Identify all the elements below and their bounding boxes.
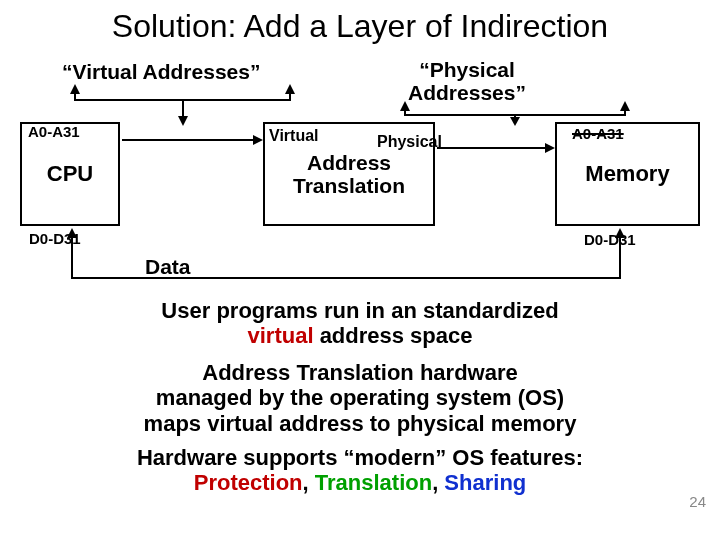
svg-marker-5 — [620, 101, 630, 111]
addr-bus-right: A0-A31 — [572, 125, 624, 142]
addr-bus-left: A0-A31 — [28, 123, 80, 140]
label-physical-line2: Addresses” — [408, 81, 526, 104]
svg-marker-1 — [285, 84, 295, 94]
page-number: 24 — [689, 493, 706, 510]
body-paragraph-3: Hardware supports “modern” OS features: … — [0, 445, 720, 496]
cpu-label: CPU — [47, 161, 93, 187]
body-paragraph-1: User programs run in an standardized vir… — [0, 298, 720, 349]
virtual-caption: Virtual — [269, 127, 319, 145]
svg-marker-7 — [510, 117, 520, 126]
label-physical-addresses: “Physical Addresses” — [402, 58, 532, 104]
svg-marker-11 — [545, 143, 555, 153]
data-bus-left: D0-D31 — [29, 230, 81, 247]
svg-marker-9 — [253, 135, 263, 145]
slide-title: Solution: Add a Layer of Indirection — [0, 0, 720, 45]
label-physical-line1: “Physical — [419, 58, 515, 81]
svg-marker-0 — [70, 84, 80, 94]
translation-line2: Translation — [293, 174, 405, 197]
physical-caption: Physical — [377, 133, 442, 151]
label-virtual-addresses: “Virtual Addresses” — [62, 60, 260, 84]
svg-marker-3 — [178, 116, 188, 126]
memory-label: Memory — [585, 161, 669, 187]
body-paragraph-2: Address Translation hardware managed by … — [0, 360, 720, 436]
translation-line1: Address — [307, 151, 391, 174]
data-bus-right: D0-D31 — [584, 231, 636, 248]
data-caption: Data — [145, 255, 191, 279]
